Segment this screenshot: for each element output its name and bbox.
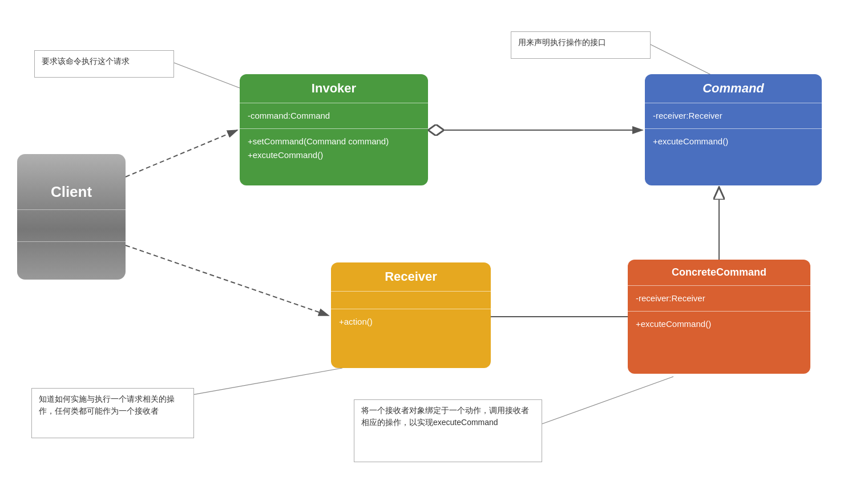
concrete-methods: +excuteCommand(): [628, 312, 810, 337]
command-attributes: -receiver:Receiver: [645, 103, 822, 128]
svg-line-10: [651, 45, 713, 76]
client-divider1: [17, 209, 126, 210]
command-box: Command -receiver:Receiver +excuteComman…: [645, 74, 822, 185]
invoker-attr1: -command:Command: [248, 109, 420, 123]
command-title: Command: [645, 74, 822, 103]
invoker-method2: +excuteCommand(): [248, 148, 420, 162]
annotation-3: 知道如何实施与执行一个请求相关的操作，任何类都可能作为一个接收者: [31, 388, 194, 438]
concrete-attr1: -receiver:Receiver: [636, 292, 802, 305]
command-method1: +excuteCommand(): [653, 135, 814, 148]
invoker-title: Invoker: [240, 74, 428, 103]
command-attr1: -receiver:Receiver: [653, 109, 814, 123]
concrete-method1: +excuteCommand(): [636, 317, 802, 331]
svg-line-9: [174, 63, 245, 90]
annotation-2: 用来声明执行操作的接口: [511, 31, 651, 59]
invoker-attributes: -command:Command: [240, 103, 428, 128]
diagram-container: Invoker -command:Command +setCommand(Com…: [0, 0, 868, 489]
receiver-methods: +action(): [331, 309, 491, 334]
invoker-method1: +setCommand(Command command): [248, 135, 420, 148]
annotation-1: 要求该命令执行这个请求: [34, 50, 174, 78]
command-methods: +excuteCommand(): [645, 129, 822, 154]
receiver-box: Receiver +action(): [331, 262, 491, 368]
receiver-title: Receiver: [331, 262, 491, 291]
concrete-attributes: -receiver:Receiver: [628, 286, 810, 311]
invoker-methods: +setCommand(Command command) +excuteComm…: [240, 129, 428, 168]
invoker-box: Invoker -command:Command +setCommand(Com…: [240, 74, 428, 185]
client-title: Client: [51, 183, 92, 201]
svg-line-12: [531, 377, 673, 428]
client-divider2: [17, 241, 126, 242]
annotation-3-text: 知道如何实施与执行一个请求相关的操作，任何类都可能作为一个接收者: [39, 394, 175, 415]
concrete-command-title: ConcreteCommand: [628, 260, 810, 285]
annotation-4: 将一个接收者对象绑定于一个动作，调用接收者相应的操作，以实现executeCom…: [354, 399, 542, 462]
receiver-attributes: [331, 292, 491, 309]
concrete-command-box: ConcreteCommand -receiver:Receiver +excu…: [628, 260, 810, 374]
svg-line-4: [126, 130, 237, 177]
annotation-1-text: 要求该命令执行这个请求: [42, 56, 130, 66]
svg-line-5: [126, 245, 329, 316]
client-box: Client: [17, 154, 126, 280]
annotation-4-text: 将一个接收者对象绑定于一个动作，调用接收者相应的操作，以实现executeCom…: [361, 406, 529, 427]
annotation-2-text: 用来声明执行操作的接口: [518, 38, 606, 47]
receiver-method1: +action(): [339, 315, 483, 329]
